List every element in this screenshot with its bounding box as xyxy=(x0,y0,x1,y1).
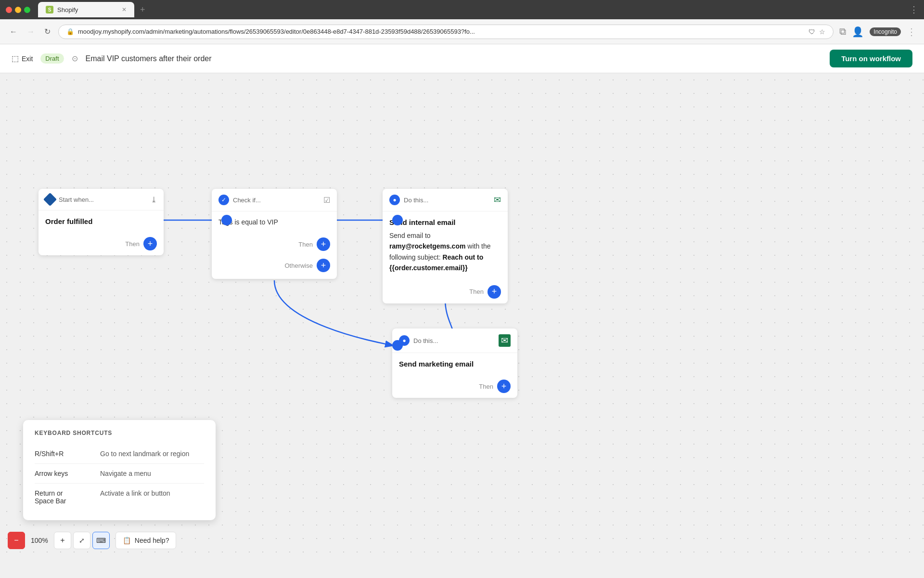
shortcut-desc-1: Navigate a menu xyxy=(100,470,151,477)
reload-button[interactable]: ↻ xyxy=(42,25,52,38)
check-node[interactable]: ✓ Check if... ☑ Tags is equal to VIP The… xyxy=(212,189,337,279)
start-node-header: Start when... ⤓ xyxy=(38,189,164,210)
check-then-label: Then xyxy=(298,241,313,248)
browser-chrome: S Shopify ✕ + ⋮ xyxy=(0,0,924,19)
check-then-plus-button[interactable]: + xyxy=(317,237,330,251)
do1-node-action-title: Send internal email xyxy=(389,218,501,226)
browser-tab[interactable]: S Shopify ✕ xyxy=(38,2,134,17)
conn-dot-do2 xyxy=(392,340,403,351)
forward-button[interactable]: → xyxy=(25,26,37,38)
tab-favicon: S xyxy=(46,6,53,13)
start-node-text: Order fulfilled xyxy=(45,217,157,225)
shortcut-key-1: Arrow keys xyxy=(35,470,92,477)
conn-dot-check xyxy=(221,215,232,225)
bookmark-icon[interactable]: ☆ xyxy=(819,28,825,36)
turn-on-workflow-button[interactable]: Turn on workflow xyxy=(830,50,912,67)
check-then-footer: Then + xyxy=(212,233,337,256)
close-dot[interactable] xyxy=(6,7,12,13)
shortcut-key-0: R/Shift+R xyxy=(35,450,92,458)
maximize-dot[interactable] xyxy=(24,7,30,13)
start-node-title: Start when... xyxy=(59,196,147,203)
zoom-percentage: 100% xyxy=(27,537,52,544)
lock-icon: 🔒 xyxy=(66,28,74,35)
do2-then-label: Then xyxy=(479,383,493,390)
draft-badge: Draft xyxy=(40,53,64,64)
do1-node-body: Send email toramy@rocketgems.com with th… xyxy=(389,230,501,274)
exit-icon: ⬚ xyxy=(12,54,19,63)
start-node-content: Order fulfilled xyxy=(38,210,164,232)
new-tab-icon[interactable]: + xyxy=(140,5,145,15)
fit-view-button[interactable]: ⤢ xyxy=(73,532,90,549)
shortcuts-title: KEYBOARD SHORTCUTS xyxy=(35,430,204,436)
incognito-badge: Incognito xyxy=(870,27,901,36)
address-bar: ← → ↻ 🔒 moodjoy.myshopify.com/admin/mark… xyxy=(0,19,924,44)
app-header: ⬚ Exit Draft ⊙ Email VIP customers after… xyxy=(0,44,924,73)
url-actions: 🛡 ☆ xyxy=(808,28,825,36)
workflow-title: Email VIP customers after their order xyxy=(86,54,212,63)
shortcut-item-0: R/Shift+R Go to next landmark or region xyxy=(35,444,204,464)
workflow-canvas: Start when... ⤓ Order fulfilled Then + ✓… xyxy=(0,73,924,553)
do1-node-header: ● Do this... ✉ xyxy=(383,189,508,211)
zoom-out-button[interactable]: − xyxy=(8,532,25,549)
need-help-button[interactable]: 📋 Need help? xyxy=(116,532,177,549)
shortcut-desc-2: Activate a link or button xyxy=(100,489,170,497)
check-node-title: Check if... xyxy=(233,197,320,204)
do2-node-title: Do this... xyxy=(413,337,495,344)
do1-node-title: Do this... xyxy=(404,197,490,204)
check-node-text: Tags is equal to VIP xyxy=(218,218,330,226)
shortcuts-button[interactable]: ⌨ xyxy=(92,532,110,549)
check-otherwise-plus-button[interactable]: + xyxy=(317,259,330,272)
do1-email-icon: ✉ xyxy=(494,195,501,205)
do2-node-header: ● Do this... ✉ xyxy=(392,328,517,353)
browser-menu-icon[interactable]: ⋮ xyxy=(907,26,916,38)
start-plus-button[interactable]: + xyxy=(143,237,157,250)
keyboard-shortcuts-panel: KEYBOARD SHORTCUTS R/Shift+R Go to next … xyxy=(23,420,216,520)
shortcut-key-2: Return or Space Bar xyxy=(35,489,92,505)
do2-node-footer: Then + xyxy=(392,375,517,398)
do1-then-label: Then xyxy=(469,288,484,295)
shortcut-item-2: Return or Space Bar Activate a link or b… xyxy=(35,484,204,511)
help-icon: 📋 xyxy=(123,537,131,544)
window-controls xyxy=(6,7,30,13)
start-then-label: Then xyxy=(125,240,140,248)
do2-plus-button[interactable]: + xyxy=(497,380,511,393)
shortcut-desc-0: Go to next landmark or region xyxy=(100,450,189,458)
start-node[interactable]: Start when... ⤓ Order fulfilled Then + xyxy=(38,189,164,255)
start-node-icon xyxy=(43,193,57,206)
extensions-icon[interactable]: ⧉ xyxy=(839,26,846,37)
shortcut-item-1: Arrow keys Navigate a menu xyxy=(35,464,204,484)
minimize-dot[interactable] xyxy=(15,7,21,13)
menu-icon[interactable]: ⋮ xyxy=(910,4,918,15)
tab-close-icon[interactable]: ✕ xyxy=(122,6,127,13)
do2-email-icon: ✉ xyxy=(499,334,511,347)
back-button[interactable]: ← xyxy=(8,26,19,38)
status-icon: ⊙ xyxy=(72,54,78,63)
do-node-1[interactable]: ● Do this... ✉ Send internal email Send … xyxy=(383,189,508,303)
tab-title: Shopify xyxy=(57,6,78,13)
extension-icon[interactable]: 🛡 xyxy=(808,28,815,36)
exit-button[interactable]: ⬚ Exit xyxy=(12,54,33,63)
start-node-footer: Then + xyxy=(38,232,164,255)
conn-dot-do1 xyxy=(392,215,403,225)
start-node-action-icon: ⤓ xyxy=(151,195,157,204)
url-bar[interactable]: 🔒 moodjoy.myshopify.com/admin/marketing/… xyxy=(58,25,834,39)
do2-node-content: Send marketing email xyxy=(392,353,517,375)
do1-node-icon: ● xyxy=(389,195,400,205)
zoom-in-button[interactable]: + xyxy=(54,532,71,549)
check-otherwise-footer: Otherwise + xyxy=(212,256,337,279)
check-node-action-icon: ☑ xyxy=(323,196,330,205)
bottom-toolbar: − 100% + ⤢ ⌨ 📋 Need help? xyxy=(0,528,924,553)
check-node-header: ✓ Check if... ☑ xyxy=(212,189,337,211)
do-node-2[interactable]: ● Do this... ✉ Send marketing email Then… xyxy=(392,328,517,398)
do1-node-footer: Then + xyxy=(383,280,508,303)
url-text: moodjoy.myshopify.com/admin/marketing/au… xyxy=(78,28,475,35)
check-otherwise-label: Otherwise xyxy=(284,262,313,269)
do2-node-text: Send marketing email xyxy=(399,360,511,368)
profile-icon[interactable]: 👤 xyxy=(852,26,864,38)
check-node-icon: ✓ xyxy=(218,195,229,205)
do1-plus-button[interactable]: + xyxy=(488,285,501,299)
